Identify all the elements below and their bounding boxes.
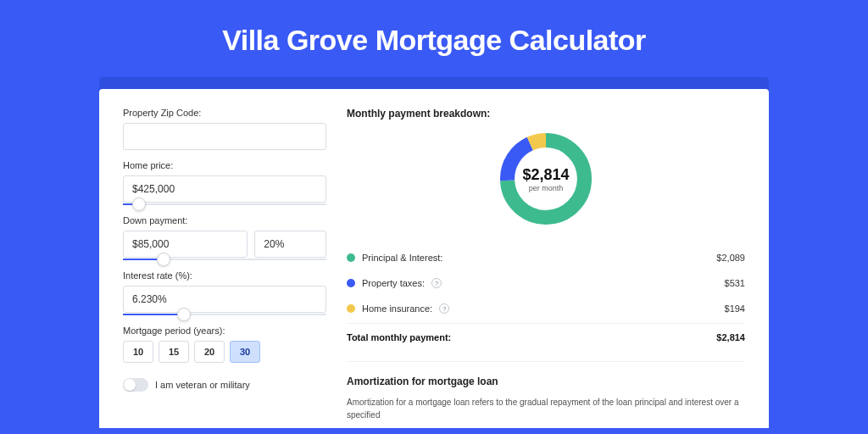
interest-slider[interactable] xyxy=(123,314,326,315)
info-icon[interactable]: ? xyxy=(431,278,442,288)
period-btn-20[interactable]: 20 xyxy=(194,341,225,363)
home-price-slider[interactable] xyxy=(123,203,326,205)
amortization-text: Amortization for a mortgage loan refers … xyxy=(347,396,745,421)
zip-group: Property Zip Code: xyxy=(123,108,326,150)
period-btn-10[interactable]: 10 xyxy=(123,341,153,363)
interest-input[interactable] xyxy=(123,286,326,313)
period-btn-15[interactable]: 15 xyxy=(159,341,189,363)
amortization-title: Amortization for mortgage loan xyxy=(347,376,745,387)
toggle-knob xyxy=(124,379,136,391)
amortization-section: Amortization for mortgage loan Amortizat… xyxy=(347,361,745,421)
page-title: Villa Grove Mortgage Calculator xyxy=(0,0,868,77)
zip-label: Property Zip Code: xyxy=(123,108,326,118)
legend-label: Property taxes: xyxy=(362,278,425,288)
donut-center: $2,814 per month xyxy=(495,128,597,230)
donut-chart: $2,814 per month xyxy=(495,128,597,230)
breakdown-title: Monthly payment breakdown: xyxy=(347,108,745,120)
home-price-input[interactable] xyxy=(123,175,326,203)
legend-value: $194 xyxy=(725,303,745,314)
donut-amount: $2,814 xyxy=(522,166,569,184)
breakdown-column: Monthly payment breakdown: $2,814 per mo… xyxy=(347,108,745,428)
veteran-toggle[interactable] xyxy=(123,378,148,392)
interest-group: Interest rate (%): xyxy=(123,270,326,315)
period-group: Mortgage period (years): 10152030 xyxy=(123,326,326,363)
interest-label: Interest rate (%): xyxy=(123,270,326,281)
slider-thumb[interactable] xyxy=(157,253,170,266)
legend-label: Principal & Interest: xyxy=(362,253,442,263)
down-payment-slider[interactable] xyxy=(123,259,326,260)
calculator-card-wrap: Property Zip Code: Home price: Down paym… xyxy=(99,77,769,428)
legend-dot-icon xyxy=(347,279,355,287)
legend-dot-icon xyxy=(347,304,355,313)
down-payment-group: Down payment: xyxy=(123,215,326,260)
slider-thumb[interactable] xyxy=(177,308,191,321)
down-payment-label: Down payment: xyxy=(123,215,326,225)
legend-row: Principal & Interest:$2,089 xyxy=(347,245,745,270)
slider-thumb[interactable] xyxy=(132,198,146,211)
total-label: Total monthly payment: xyxy=(347,332,451,342)
legend-row: Property taxes:?$531 xyxy=(347,270,745,296)
home-price-label: Home price: xyxy=(123,160,326,170)
total-value: $2,814 xyxy=(716,332,745,342)
veteran-row: I am veteran or military xyxy=(123,378,326,392)
legend-value: $2,089 xyxy=(716,253,745,263)
home-price-group: Home price: xyxy=(123,160,326,205)
donut-chart-wrap: $2,814 per month xyxy=(347,128,745,230)
legend-label: Home insurance: xyxy=(362,303,432,314)
form-column: Property Zip Code: Home price: Down paym… xyxy=(123,108,326,428)
legend-list: Principal & Interest:$2,089Property taxe… xyxy=(347,245,745,321)
veteran-label: I am veteran or military xyxy=(155,380,250,390)
legend-value: $531 xyxy=(725,278,745,288)
period-button-row: 10152030 xyxy=(123,341,326,363)
period-btn-30[interactable]: 30 xyxy=(230,341,260,363)
down-payment-amount-input[interactable] xyxy=(123,231,248,258)
total-row: Total monthly payment: $2,814 xyxy=(347,323,745,351)
down-payment-pct-input[interactable] xyxy=(254,231,326,258)
period-label: Mortgage period (years): xyxy=(123,326,326,336)
zip-input[interactable] xyxy=(123,123,326,150)
legend-row: Home insurance:?$194 xyxy=(347,296,745,321)
donut-sub: per month xyxy=(529,184,564,192)
calculator-card: Property Zip Code: Home price: Down paym… xyxy=(99,89,769,428)
legend-dot-icon xyxy=(347,253,355,262)
info-icon[interactable]: ? xyxy=(439,303,449,314)
